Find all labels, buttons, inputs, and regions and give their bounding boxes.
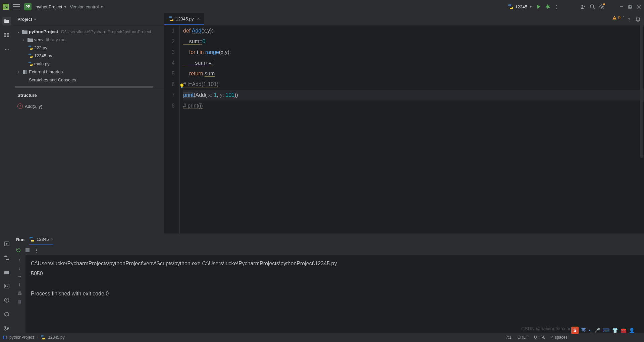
print-icon[interactable]: 🖶 [17, 291, 22, 296]
close-button[interactable] [637, 5, 641, 9]
tree-scrollbar[interactable] [15, 86, 153, 88]
soft-wrap-icon[interactable]: ⇥ [18, 274, 21, 279]
svg-point-3 [601, 6, 603, 8]
svg-rect-8 [4, 36, 6, 37]
run-tool-button[interactable] [2, 240, 11, 248]
terminal-button[interactable] [2, 282, 11, 290]
ime-tool-icon[interactable]: 🧰 [621, 328, 626, 333]
caret-position[interactable]: 7:1 [506, 335, 512, 340]
debug-button[interactable] [545, 4, 550, 9]
warning-count: 9 [618, 15, 621, 20]
svg-rect-9 [7, 36, 9, 37]
more-tool-button[interactable]: ⋯ [2, 45, 11, 54]
editor-scrollbar[interactable] [640, 17, 643, 158]
inspection-indicator[interactable]: 9 ⌃⌄ [612, 15, 631, 20]
tree-root-path: C:\Users\lucke\PycharmProjects\pythonPro… [61, 29, 151, 34]
svg-point-16 [5, 326, 6, 328]
clear-icon[interactable]: 🗑 [17, 299, 22, 304]
python-icon [168, 16, 174, 21]
run-config-label: 12345 [515, 4, 527, 9]
code-with-me-icon[interactable] [580, 4, 586, 9]
structure-tool-button[interactable] [2, 31, 11, 40]
services-button[interactable] [2, 310, 11, 319]
run-tab[interactable]: 12345 × [29, 234, 53, 245]
tree-file[interactable]: main.py [13, 60, 164, 68]
editor-gutter: 1 2 3 4 5 6 7 8 [164, 25, 180, 233]
run-output[interactable]: C:\Users\lucke\PycharmProjects\pythonPro… [25, 255, 644, 333]
ime-punct-icon[interactable]: •, [589, 328, 592, 333]
tree-file[interactable]: 12345.py [13, 52, 164, 60]
structure-panel-header[interactable]: Structure [13, 90, 164, 100]
run-config-selector[interactable]: 12345 ▾ [508, 4, 532, 9]
svg-rect-12 [4, 272, 9, 273]
breadcrumb-project[interactable]: pythonProject [9, 335, 34, 340]
ime-skin-icon[interactable]: 👕 [612, 328, 618, 333]
scroll-to-end-icon[interactable]: ⤓ [18, 282, 21, 287]
status-indicator-icon[interactable] [3, 336, 7, 339]
ime-user-icon[interactable]: 👤 [629, 328, 635, 333]
minimize-button[interactable] [619, 5, 624, 9]
editor-body[interactable]: 💡 def Add(x,y): sum=0 for i in range(x,y… [180, 25, 644, 233]
tree-file[interactable]: 222.py [13, 44, 164, 52]
tree-external-libs[interactable]: › External Libraries [13, 68, 164, 76]
tree-root[interactable]: ⌄ pythonProject C:\Users\lucke\PycharmPr… [13, 27, 164, 36]
status-bar: pythonProject › 12345.py 7:1 CRLF UTF-8 … [0, 333, 644, 342]
structure-item[interactable]: f Add(x, y) [17, 102, 160, 110]
breadcrumb-file[interactable]: 12345.py [48, 335, 64, 340]
main-menu-icon[interactable] [13, 4, 20, 9]
version-control-menu[interactable]: Version control ▾ [70, 4, 103, 9]
svg-rect-21 [25, 70, 26, 74]
svg-rect-5 [629, 5, 632, 8]
rerun-button[interactable] [16, 248, 21, 253]
project-badge: PP [24, 3, 32, 10]
project-selector[interactable]: pythonProject ▾ [36, 4, 66, 9]
editor-tab[interactable]: 12345.py × [164, 13, 204, 25]
stop-button[interactable] [25, 248, 30, 252]
close-tab-icon[interactable]: × [197, 16, 200, 21]
project-tree: ⌄ pythonProject C:\Users\lucke\PycharmPr… [13, 25, 164, 90]
svg-rect-6 [4, 33, 6, 35]
run-button[interactable] [536, 4, 541, 9]
python-icon [41, 335, 45, 340]
run-more-icon[interactable]: ⋮ [34, 248, 39, 253]
settings-icon[interactable] [599, 4, 604, 9]
tree-file-label: 12345.py [34, 53, 52, 58]
up-icon[interactable]: ↑ [18, 257, 21, 262]
prev-highlight-icon[interactable]: ⌃ [622, 15, 625, 20]
svg-rect-13 [4, 273, 9, 274]
tree-file-label: 222.py [34, 45, 47, 50]
sogou-icon[interactable]: S [571, 327, 579, 334]
python-icon [29, 236, 35, 242]
svg-rect-22 [25, 248, 30, 252]
svg-point-17 [5, 329, 6, 330]
maximize-button[interactable] [628, 5, 633, 9]
close-run-tab-icon[interactable]: × [51, 237, 53, 242]
python-icon [508, 4, 513, 9]
svg-point-2 [590, 5, 594, 8]
down-icon[interactable]: ↓ [18, 266, 21, 271]
project-tool-button[interactable] [2, 17, 11, 25]
run-panel-title: Run [16, 237, 24, 242]
next-highlight-icon[interactable]: ⌄ [627, 15, 631, 20]
encoding[interactable]: UTF-8 [534, 335, 545, 340]
svg-point-1 [582, 5, 583, 7]
problems-button[interactable] [2, 296, 11, 304]
run-exit-line: Process finished with exit code 0 [31, 291, 109, 296]
vcs-button[interactable] [2, 324, 11, 333]
search-icon[interactable] [590, 4, 595, 9]
intention-bulb-icon[interactable]: 💡 [179, 81, 184, 91]
structure-item-label: Add(x, y) [25, 104, 42, 109]
python-console-button[interactable] [2, 254, 11, 262]
more-actions-button[interactable]: ⋮ [554, 4, 559, 9]
ime-lang[interactable]: 英 [581, 327, 586, 333]
python-packages-button[interactable] [2, 268, 11, 276]
line-ending[interactable]: CRLF [518, 335, 528, 340]
ime-mic-icon[interactable]: 🎤 [594, 328, 600, 333]
tree-venv[interactable]: › venv library root [13, 36, 164, 44]
tree-root-label: pythonProject [29, 29, 58, 34]
tree-scratches[interactable]: › Scratches and Consoles [13, 76, 164, 84]
run-side-toolbar: ↑ ↓ ⇥ ⤓ 🖶 🗑 [13, 255, 25, 333]
indent-setting[interactable]: 4 spaces [551, 335, 568, 340]
project-panel-header[interactable]: Project ▾ [13, 13, 164, 25]
ime-keyboard-icon[interactable]: ⌨ [603, 328, 609, 333]
